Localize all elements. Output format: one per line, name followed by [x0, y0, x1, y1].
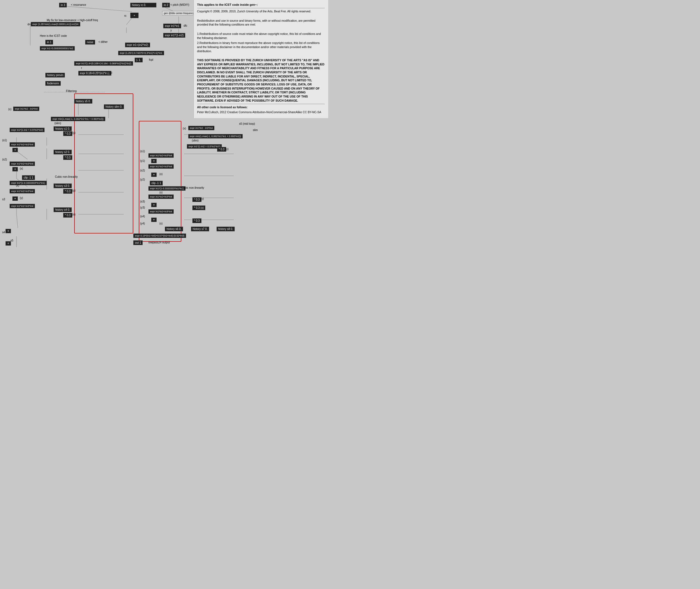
expr-1in2-node: expr in1*(1-in2 + 0.5*in2*in2): [10, 128, 44, 132]
right-star03-x-node: * 0.3 (x): [192, 205, 205, 210]
r-label: r: [81, 66, 82, 69]
y-label: y: [170, 29, 172, 32]
right-x2-label: (x): [159, 173, 163, 176]
right-s4-label: (s4): [140, 215, 145, 218]
history-s1-node: history s1 0.: [53, 126, 72, 131]
expr-in1in2-2-node: expr in1*in2+in3*in4: [10, 142, 35, 147]
warranty-text: THIS SOFTWARE IS PROVIDED BY THE ZURICH …: [197, 58, 325, 103]
svg-line-16: [16, 214, 18, 228]
history-slim-node: history slim 0.: [104, 105, 124, 109]
fixdenorm-node: fixdenorm: [45, 81, 61, 86]
history-s2-node: history s2 0.: [53, 150, 72, 154]
expr-1min-node: expr in1*(1-in2): [163, 33, 185, 38]
right-expr-in1in2-5-node: expr in1*in2+in3*in4: [148, 209, 174, 214]
divider1: [197, 8, 325, 8]
license-text: Peter McCulloch, 2012 Creative Commons A…: [197, 110, 325, 114]
s2-label: (s2): [2, 158, 7, 161]
right-slim2-label: (slim): [192, 139, 198, 142]
right-star03-node: * 0.3: [217, 147, 226, 152]
clip-node: clip -1 1: [22, 175, 35, 180]
y-label2: (y): [72, 131, 75, 134]
noise-node: noise: [85, 40, 95, 44]
myfix-label: My fix for low-resonance + high-cutoff f…: [47, 19, 98, 22]
right-y2-label: (y2): [140, 178, 145, 181]
right-s3-label: (s3): [140, 200, 145, 203]
x-label3: (x): [20, 167, 23, 170]
history-s4-node: history s4 0.: [53, 207, 72, 212]
plus5-node: +: [5, 241, 11, 246]
history-s7-node: history s7 0.: [191, 227, 209, 231]
s4-label: s4: [2, 231, 5, 234]
expr-drc-node: expr (1.05*min(1,max(0.00001,in1))-in2)/…: [31, 22, 80, 26]
x-label5: (x): [72, 213, 75, 216]
right-expr-in1in2-3-node: expr in1*in2+in3*in4: [148, 164, 174, 169]
expr-125-node: expr (1.25+(-0.74375+0.3*in1)*in1)*in1: [118, 51, 164, 55]
right-clip-node: clip -1 1: [150, 181, 163, 185]
plus-rc-node: +: [130, 13, 139, 18]
expr-in1in2-5-node: expr in1*in2+in3*in4: [10, 204, 35, 208]
right-cubic-node: expr in1*(1-0.3333333*in1*in1): [148, 186, 185, 191]
plus1-node: +: [12, 148, 18, 152]
right-y-label: (y): [201, 197, 204, 200]
right-y1-label2: (y1): [140, 159, 145, 162]
pitch-label: < pitch (MIDI!!!): [170, 3, 189, 6]
plus3-node: +: [12, 196, 18, 201]
expr-big-node: expr in1*(1.4+(0.108+(-0.164 - 0.069*in2…: [74, 61, 133, 66]
icst-label: Here is the ICST code: [40, 34, 67, 37]
plus4-node: +: [5, 229, 11, 233]
right-plus4-node: +: [151, 218, 157, 222]
x-label-main: (x): [8, 108, 12, 111]
right-x3-label: (x): [159, 191, 163, 194]
right-expr-in1in2-4-node: expr in1*in2+in3*in4: [148, 195, 174, 199]
cubic-label: Cubic non-linearity: [55, 175, 78, 178]
inscl-label: inscl: [107, 71, 112, 74]
right-star03-2-node: * 0.3: [192, 197, 201, 202]
right-cubic-label: Cubic non-linearity: [181, 186, 204, 189]
dfc-label: dfc: [184, 24, 187, 27]
x-label4: (x): [16, 184, 19, 187]
out1-node: out 1: [133, 240, 143, 245]
in3-node: in 3: [59, 3, 67, 7]
plus2-node: +: [12, 167, 18, 171]
star03-2-node: * 0.3: [63, 155, 72, 160]
svg-line-1: [127, 18, 132, 25]
expr-in1in2-3-node: expr in1*in2+in3*in4: [10, 162, 35, 166]
expr-cubic-node: expr in1*(1-0.3333333*in1*in1): [10, 181, 47, 185]
expr-in1in1-node: expr in1*in1: [163, 24, 181, 28]
other-label: All other code is licensed as follows:: [197, 105, 325, 109]
y-label4: (y): [20, 196, 23, 199]
right-s2-label: (s2): [140, 169, 145, 172]
right-panel: This applies to the ICST code inside gen…: [193, 0, 328, 118]
star03-3-node: * 0.3: [63, 189, 72, 194]
right-y3-label: (y3): [140, 206, 145, 209]
right-expr-min-node: expr min(1,max(-1, 0.062*in1*in1 + 0.993…: [188, 134, 243, 139]
right-y4-label: (y4): [140, 222, 145, 225]
right-x1-label: (x): [183, 127, 186, 130]
right-expr-1in2-node: expr in1*(1-in2 + 0.5*in2*in2): [187, 144, 222, 149]
history-s5-node: history s5 0.: [74, 99, 93, 104]
f-label: f: [154, 51, 155, 54]
l-minus1-node: |- 1.: [135, 58, 143, 62]
svg-line-0: [63, 6, 132, 12]
right-star03-3-node: * 0.3: [192, 218, 201, 223]
expr-minmax-node: expr min(1,max(-1, 0.062*in1*in1 + 0.993…: [51, 117, 105, 121]
y-label3: (y): [72, 189, 75, 192]
right-plus3-node: +: [151, 203, 157, 207]
copyright-text: Copyright © 2008, 2009, 2010, Zurich Uni…: [197, 9, 325, 13]
expr-in1in2-node: expr in1+(in2*in2): [125, 43, 150, 47]
x-label1: x: [148, 43, 150, 46]
right-plus2-node: +: [151, 173, 157, 177]
right-s5-label: s5 (mid loop): [239, 122, 255, 125]
history-s8-node: history s8 0.: [216, 227, 235, 231]
cond1-text: 1.Redistributions of source code must re…: [197, 32, 325, 40]
filter-red-border: [74, 93, 133, 233]
resonance-label: < resonance: [71, 3, 86, 6]
right-slim-label: slim: [253, 129, 258, 132]
slim-label: (slim): [54, 122, 61, 125]
right-s1-label: (s1): [140, 150, 145, 153]
fcpl-label: fcpl: [149, 58, 153, 61]
expr-in1-0-node: expr in1+0.00000000001*in2: [40, 46, 75, 50]
right-expr-in1in2-2-node: expr in1*in2+in3*in4: [148, 153, 174, 158]
divider2: [197, 104, 325, 104]
right-expr-in1in2-node: expr in1*in2 - in3*in4: [188, 126, 214, 130]
